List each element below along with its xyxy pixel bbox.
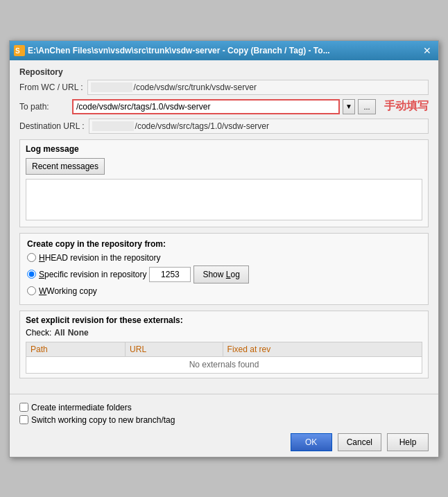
close-button[interactable]: ✕ [420, 46, 434, 55]
to-field-row: ▼ ... [72, 99, 376, 114]
from-url-blur [91, 82, 132, 92]
repository-label: Repository [19, 67, 429, 77]
checkbox2-row: Switch working copy to new branch/tag [19, 415, 429, 425]
create-folders-label: Create intermediate folders [31, 403, 132, 412]
to-path-row: To path: ▼ ... 手动填写 [19, 99, 429, 114]
specific-revision-label: Specific revision in repository [39, 270, 146, 279]
destination-row: Destination URL : /code/vsdw/src/tags/1.… [19, 119, 429, 134]
from-label: From WC / URL : [19, 82, 83, 92]
to-path-dropdown[interactable]: ▼ [343, 99, 355, 114]
from-url-path: /code/vsdw/src/trunk/vsdw-server [134, 82, 257, 92]
to-label: To path: [19, 102, 68, 112]
from-url-display: /code/vsdw/src/trunk/vsdw-server [87, 80, 429, 95]
col-fixed: Fixed at rev [223, 342, 422, 356]
working-copy-label: WWorking copy [39, 286, 97, 296]
to-path-input[interactable] [72, 99, 340, 114]
revision-input[interactable] [149, 267, 191, 282]
dest-url-blur [92, 121, 134, 131]
copy-section: Create copy in the repository from: HHEA… [19, 233, 429, 305]
destination-url-display: /code/vsdw/src/tags/1.0/vsdw-server [89, 119, 429, 134]
window-title: E:\AnChen Files\svn\vsdw\src\trunk\vsdw-… [28, 46, 330, 55]
log-message-section: Log message Recent messages [19, 139, 429, 227]
checkboxes-area: Create intermediate folders Switch worki… [10, 400, 438, 428]
destination-path: /code/vsdw/src/tags/1.0/vsdw-server [135, 121, 269, 131]
checkbox1-row: Create intermediate folders [19, 403, 429, 412]
log-textarea[interactable] [26, 179, 422, 220]
head-revision-label: HHEAD revision in the repository [39, 253, 160, 263]
check-row: Check: All None [26, 328, 422, 338]
to-path-browse[interactable]: ... [358, 99, 376, 114]
main-window: S E:\AnChen Files\svn\vsdw\src\trunk\vsd… [9, 40, 439, 457]
content-area: Repository From WC / URL : /code/vsdw/sr… [10, 60, 438, 391]
create-folders-checkbox[interactable] [19, 403, 28, 412]
specific-revision-radio[interactable] [27, 270, 36, 279]
switch-working-copy-label: Switch working copy to new branch/tag [31, 415, 175, 425]
externals-title: Set explicit revision for these external… [26, 315, 422, 325]
ok-button[interactable]: OK [291, 433, 332, 451]
check-label: Check: [26, 328, 51, 338]
specific-revision-row: Specific revision in repository Show Log [27, 265, 421, 284]
head-revision-radio[interactable] [27, 253, 36, 262]
destination-label: Destination URL : [19, 121, 85, 131]
show-log-button[interactable]: Show Log [193, 265, 248, 284]
check-all[interactable]: All [54, 328, 64, 338]
cancel-button[interactable]: Cancel [338, 433, 381, 451]
col-url: URL [126, 342, 223, 356]
no-externals-row: No externals found [26, 356, 422, 373]
footer-buttons: OK Cancel Help [291, 433, 429, 451]
app-icon: S [14, 45, 25, 56]
externals-section: Set explicit revision for these external… [19, 311, 429, 378]
annotation-text: 手动填写 [384, 99, 429, 114]
recent-messages-button[interactable]: Recent messages [26, 158, 105, 175]
footer-divider [10, 394, 438, 394]
switch-working-copy-checkbox[interactable] [19, 415, 28, 424]
head-revision-row: HHEAD revision in the repository [27, 253, 421, 263]
footer: OK Cancel Help [10, 428, 438, 457]
col-path: Path [26, 342, 126, 356]
check-none[interactable]: None [68, 328, 89, 338]
working-copy-radio[interactable] [27, 286, 36, 295]
working-copy-row: WWorking copy [27, 286, 421, 296]
titlebar: S E:\AnChen Files\svn\vsdw\src\trunk\vsd… [10, 41, 438, 60]
svg-text:S: S [15, 47, 20, 55]
externals-table: Path URL Fixed at rev No externals found [26, 342, 422, 374]
recent-messages-label: Recent messages [32, 162, 98, 171]
titlebar-left: S E:\AnChen Files\svn\vsdw\src\trunk\vsd… [14, 45, 330, 56]
from-url-row: From WC / URL : /code/vsdw/src/trunk/vsd… [19, 80, 429, 95]
help-button[interactable]: Help [387, 433, 429, 451]
log-message-label: Log message [26, 144, 422, 154]
no-externals-cell: No externals found [26, 356, 422, 373]
copy-title: Create copy in the repository from: [27, 239, 421, 249]
